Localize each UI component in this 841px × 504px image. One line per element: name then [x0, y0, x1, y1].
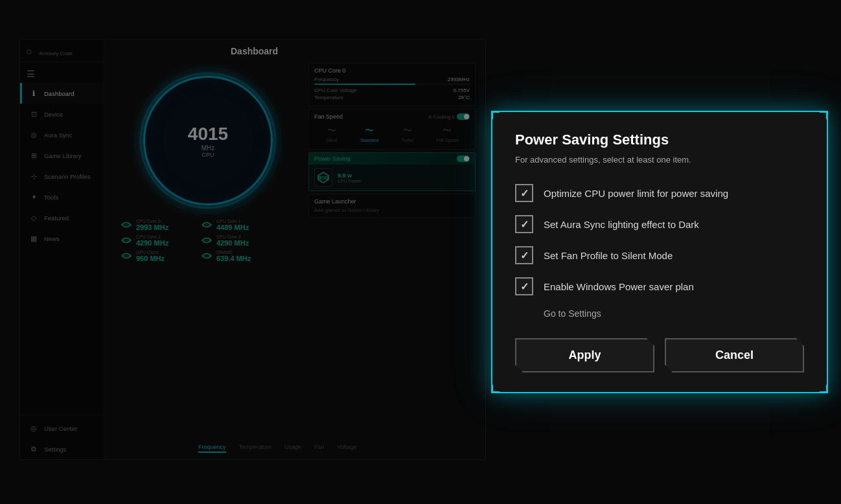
checkbox-2[interactable]: ✓ — [515, 246, 533, 264]
checkbox-item-0[interactable]: ✓ Optimize CPU power limit for power sav… — [515, 184, 804, 202]
checkbox-label-1: Set Aura Sync lighting effect to Dark — [544, 219, 699, 230]
corner-tl — [492, 111, 500, 119]
checkmark-0: ✓ — [520, 187, 529, 200]
checkmark-1: ✓ — [520, 218, 529, 231]
apply-button[interactable]: Apply — [515, 338, 654, 372]
main-container: ⬡ Armoury Crate ☰ ℹ Dashboard ⊡ Device ◎… — [0, 0, 841, 504]
checkbox-label-2: Set Fan Profile to Silent Mode — [544, 250, 673, 261]
corner-br — [820, 385, 827, 393]
checkbox-item-3[interactable]: ✓ Enable Windows Power saver plan — [515, 277, 804, 295]
checkmark-2: ✓ — [520, 249, 529, 262]
cancel-button[interactable]: Cancel — [665, 338, 804, 372]
dialog-overlay: Power Saving Settings For advanced setti… — [0, 0, 841, 504]
checkbox-item-1[interactable]: ✓ Set Aura Sync lighting effect to Dark — [515, 215, 804, 233]
checkbox-label-3: Enable Windows Power saver plan — [544, 281, 694, 292]
go-to-settings[interactable]: Go to Settings — [544, 308, 804, 319]
corner-bl — [492, 385, 500, 393]
corner-tr — [820, 111, 827, 119]
checkbox-1[interactable]: ✓ — [515, 215, 533, 233]
checkbox-0[interactable]: ✓ — [515, 184, 533, 202]
dialog-buttons: Apply Cancel — [515, 338, 804, 372]
dialog-title: Power Saving Settings — [515, 132, 804, 148]
dialog-subtitle: For advanced settings, select at least o… — [515, 155, 804, 165]
checkmark-3: ✓ — [520, 281, 529, 293]
checkbox-item-2[interactable]: ✓ Set Fan Profile to Silent Mode — [515, 246, 804, 264]
checkbox-3[interactable]: ✓ — [515, 277, 533, 295]
power-saving-dialog: Power Saving Settings For advanced setti… — [491, 111, 828, 393]
checkbox-label-0: Optimize CPU power limit for power savin… — [544, 188, 728, 199]
